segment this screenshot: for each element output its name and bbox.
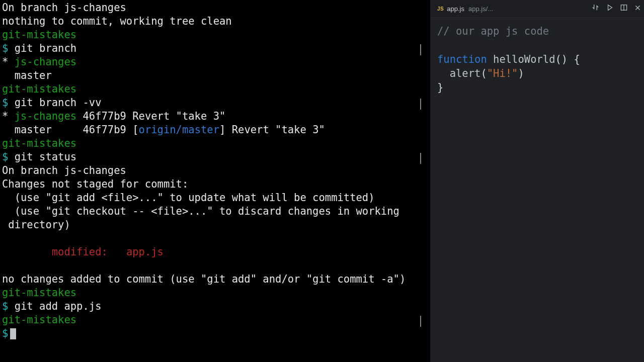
branch: master bbox=[15, 124, 52, 136]
close-icon[interactable] bbox=[634, 2, 641, 16]
repo-name: git-mistakes bbox=[2, 314, 76, 326]
commit-msg: Revert "take 3" bbox=[132, 110, 225, 122]
string-literal: "Hi!" bbox=[487, 67, 518, 79]
syntax: } bbox=[437, 81, 443, 94]
branch-mark: * bbox=[2, 56, 8, 68]
tab-path: app.js/... bbox=[468, 2, 493, 16]
repo-name: git-mistakes bbox=[2, 287, 76, 299]
compare-icon[interactable] bbox=[592, 2, 599, 16]
scrollbar-marker bbox=[420, 153, 421, 164]
syntax: () { bbox=[555, 53, 580, 65]
prompt-symbol: $ bbox=[2, 42, 8, 54]
hash: 46f77b9 bbox=[83, 124, 126, 136]
modified-file: app.js bbox=[126, 246, 164, 258]
tab-filename: app.js bbox=[447, 2, 464, 16]
command: git add app.js bbox=[15, 300, 102, 312]
editor-tab[interactable]: JS app.js app.js/... bbox=[434, 2, 496, 16]
repo-name: git-mistakes bbox=[2, 83, 76, 95]
upstream: origin/master bbox=[139, 124, 219, 136]
prompt-symbol: $ bbox=[2, 97, 8, 109]
status-line: On branch js-changes bbox=[2, 164, 126, 176]
js-file-icon: JS bbox=[437, 2, 444, 16]
run-icon[interactable] bbox=[606, 2, 613, 16]
prompt-symbol: $ bbox=[2, 327, 8, 339]
status-hint: (use "git checkout -- <file>..." to disc… bbox=[2, 205, 399, 217]
other-branch: master bbox=[15, 69, 52, 81]
branch-mark: * bbox=[2, 110, 8, 122]
prompt-symbol: $ bbox=[2, 300, 8, 312]
terminal-pane[interactable]: On branch js-changes nothing to commit, … bbox=[0, 0, 430, 362]
command: git status bbox=[15, 151, 76, 163]
code-content: // our app js code function helloWorld()… bbox=[437, 24, 637, 95]
split-editor-icon[interactable] bbox=[620, 2, 627, 16]
terminal-cursor bbox=[10, 328, 16, 339]
command: git branch -vv bbox=[15, 97, 102, 109]
repo-name: git-mistakes bbox=[2, 29, 76, 41]
call: alert bbox=[450, 67, 481, 79]
editor-pane: JS app.js app.js/... // our app js code … bbox=[430, 0, 644, 362]
status-line: On branch js-changes bbox=[2, 2, 126, 14]
status-hint: directory) bbox=[2, 219, 70, 231]
hash: 46f77b9 bbox=[83, 110, 126, 122]
branch: js-changes bbox=[15, 110, 76, 122]
commit-msg: Revert "take 3" bbox=[232, 124, 325, 136]
status-line: nothing to commit, working tree clean bbox=[2, 15, 232, 27]
current-branch: js-changes bbox=[15, 56, 76, 68]
modified-label: modified: bbox=[52, 246, 108, 258]
command: git branch bbox=[15, 42, 76, 54]
editor-tabbar: JS app.js app.js/... bbox=[430, 0, 644, 18]
status-line: Changes not staged for commit: bbox=[2, 178, 188, 190]
scrollbar-marker bbox=[420, 44, 421, 55]
prompt-symbol: $ bbox=[2, 151, 8, 163]
function-name: helloWorld bbox=[493, 53, 555, 65]
scrollbar-marker bbox=[420, 316, 421, 327]
code-comment: // our app js code bbox=[437, 25, 549, 37]
status-outro: no changes added to commit (use "git add… bbox=[2, 273, 406, 285]
editor-actions bbox=[592, 2, 641, 16]
code-area[interactable]: // our app js code function helloWorld()… bbox=[430, 18, 644, 101]
status-hint: (use "git add <file>..." to update what … bbox=[2, 192, 375, 204]
repo-name: git-mistakes bbox=[2, 137, 76, 149]
scrollbar-marker bbox=[420, 99, 421, 110]
keyword: function bbox=[437, 53, 487, 65]
terminal-output: On branch js-changes nothing to commit, … bbox=[2, 1, 428, 340]
